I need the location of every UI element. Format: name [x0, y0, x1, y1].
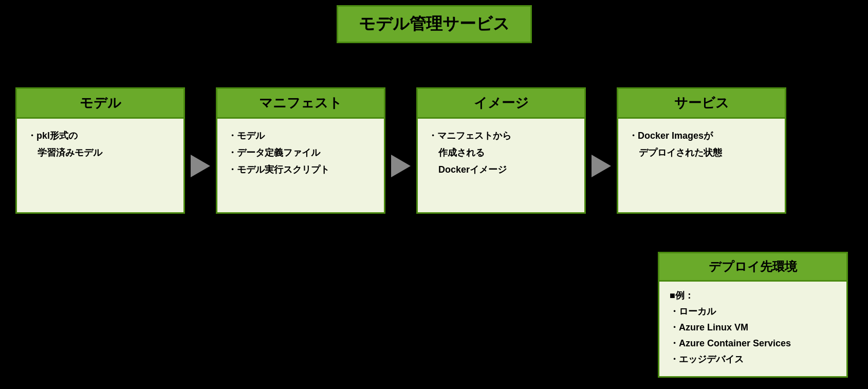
- arrow-shape-2: [391, 155, 411, 177]
- arrow-1: [185, 124, 216, 177]
- card-image-item-3: Dockerイメージ: [428, 163, 574, 177]
- deploy-box: デプロイ先環境 ■例： ローカル Azure Linux VM Azure Co…: [658, 252, 848, 378]
- card-manifest-body: モデル データ定義ファイル モデル実行スクリプト: [216, 119, 385, 214]
- card-model-item-2: 学習済みモデル: [27, 146, 173, 160]
- card-image-item-1: マニフェストから: [428, 129, 574, 143]
- deploy-body: ■例： ローカル Azure Linux VM Azure Container …: [658, 282, 848, 378]
- card-image-title: イメージ: [474, 95, 529, 110]
- card-image: イメージ マニフェストから 作成される Dockerイメージ: [416, 87, 586, 214]
- arrow-2: [385, 124, 416, 177]
- card-model: モデル pkl形式の 学習済みモデル: [15, 87, 185, 214]
- card-manifest-item-3: モデル実行スクリプト: [228, 163, 374, 177]
- card-manifest-item-1: モデル: [228, 129, 374, 143]
- deploy-title: デプロイ先環境: [709, 260, 797, 273]
- deploy-header: デプロイ先環境: [658, 252, 848, 282]
- card-image-header: イメージ: [416, 87, 586, 119]
- deploy-example-label: ■例：: [670, 289, 836, 302]
- deploy-item-local: ローカル: [670, 305, 836, 319]
- card-service-item-2: デプロイされた状態: [629, 146, 774, 160]
- deploy-item-edge: エッジデバイス: [670, 353, 836, 366]
- card-image-item-2: 作成される: [428, 146, 574, 160]
- card-manifest: マニフェスト モデル データ定義ファイル モデル実行スクリプト: [216, 87, 385, 214]
- card-model-body: pkl形式の 学習済みモデル: [15, 119, 185, 214]
- card-model-title: モデル: [80, 95, 121, 110]
- main-container: モデル管理サービス モデル pkl形式の 学習済みモデル マニフェスト: [0, 0, 868, 389]
- card-model-header: モデル: [15, 87, 185, 119]
- flow-row: モデル pkl形式の 学習済みモデル マニフェスト モデル データ定義ファイル: [15, 87, 786, 214]
- card-service-body: Docker Imagesが デプロイされた状態: [617, 119, 786, 214]
- deploy-item-azure-vm: Azure Linux VM: [670, 321, 836, 335]
- arrow-3: [586, 124, 617, 177]
- card-service-title: サービス: [674, 95, 729, 110]
- title-box: モデル管理サービス: [337, 5, 532, 43]
- card-image-body: マニフェストから 作成される Dockerイメージ: [416, 119, 586, 214]
- arrow-shape-1: [191, 155, 210, 177]
- deploy-item-azure-container: Azure Container Services: [670, 337, 836, 350]
- arrow-shape-3: [592, 155, 611, 177]
- card-manifest-header: マニフェスト: [216, 87, 385, 119]
- card-service-header: サービス: [617, 87, 786, 119]
- card-manifest-item-2: データ定義ファイル: [228, 146, 374, 160]
- card-service: サービス Docker Imagesが デプロイされた状態: [617, 87, 786, 214]
- page-title: モデル管理サービス: [359, 14, 510, 33]
- card-manifest-title: マニフェスト: [259, 95, 342, 110]
- card-service-item-1: Docker Imagesが: [629, 129, 774, 143]
- card-model-item-1: pkl形式の: [27, 129, 173, 143]
